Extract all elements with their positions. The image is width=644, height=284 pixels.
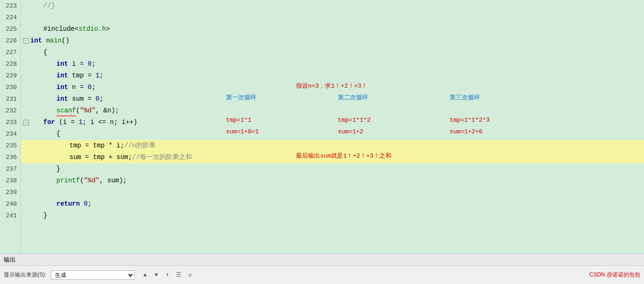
code-line-230: int n = 0; <box>21 82 644 93</box>
kw-228: int <box>56 58 68 70</box>
code-line-235: tmp = tmp * i;//n的阶乘 <box>21 140 644 152</box>
code-text-230: n = 0; <box>68 82 96 93</box>
code-text-236: sum = tmp + sum;//每一次的阶乘之和 <box>69 152 192 163</box>
code-text-229: tmp = 1; <box>68 70 103 82</box>
toolbar-up-icon[interactable]: ▲ <box>140 270 150 280</box>
toolbar-up2-icon[interactable]: ⬆ <box>163 270 172 280</box>
ln-225: 225 <box>4 23 17 35</box>
code-line-238: printf ("%d", sum); <box>21 175 644 187</box>
ln-231: 231 <box>4 93 17 105</box>
code-line-227: { <box>21 47 644 58</box>
kw-230: int <box>56 82 68 93</box>
code-text-240: 0; <box>80 198 91 210</box>
toolbar-icons: ▲ ▼ ⬆ ☰ ↺ <box>140 270 194 280</box>
toolbar-down-icon[interactable]: ▼ <box>151 270 161 280</box>
output-source-label: 显示输出来源(S): <box>4 271 46 279</box>
ln-234: 234 <box>4 128 17 140</box>
kw-229: int <box>56 70 68 82</box>
code-line-226: - int main() <box>21 35 644 47</box>
code-text-231: sum = 0; <box>68 93 103 105</box>
code-kw-226: int <box>30 35 42 47</box>
editor-area: 223 224 225 226 227 228 229 230 231 232 … <box>0 0 644 254</box>
code-line-228: int i = 0; <box>21 58 644 70</box>
output-header: 输出 <box>0 254 644 266</box>
fold-button-233[interactable]: - <box>23 120 29 125</box>
fold-col-233[interactable]: - <box>23 120 30 125</box>
code-text-241: } <box>43 210 47 222</box>
ln-229: 229 <box>4 70 17 82</box>
code-line-240: return 0; <box>21 198 644 210</box>
code-line-234: { <box>21 128 644 140</box>
ln-241: 241 <box>4 210 17 222</box>
code-lines: //} #include<stdio.h> - int main() <box>21 0 644 254</box>
code-text-233: (i = 1; i <= n; i++) <box>55 117 137 128</box>
output-source-select[interactable]: 生成 <box>51 270 135 280</box>
code-text-225: #include<stdio.h> <box>43 23 110 35</box>
code-line-239 <box>21 187 644 198</box>
kw-231: int <box>56 93 68 105</box>
output-title: 输出 <box>4 256 16 264</box>
ln-223: 223 <box>4 0 17 12</box>
ln-232: 232 <box>4 105 17 117</box>
code-line-237: } <box>21 163 644 175</box>
code-text-235: tmp = tmp * i;//n的阶乘 <box>69 140 156 152</box>
ln-240: 240 <box>4 198 17 210</box>
output-toolbar: 显示输出来源(S): 生成 ▲ ▼ ⬆ ☰ ↺ CSDN @诺诺的包包 <box>0 266 644 284</box>
code-line-232: scanf ("%d", &n); <box>21 105 644 117</box>
ln-237: 237 <box>4 163 17 175</box>
code-text-238: ("%d", sum); <box>80 175 127 187</box>
code-printf-238: printf <box>56 175 80 187</box>
ln-226: 226 <box>4 35 17 47</box>
code-text-226: main() <box>42 35 69 47</box>
fold-col-226[interactable]: - <box>23 38 30 44</box>
csdn-label: CSDN @诺诺的包包 <box>589 271 640 279</box>
code-line-223: //} <box>21 0 644 12</box>
ln-239: 239 <box>4 187 17 198</box>
code-line-236: sum = tmp + sum;//每一次的阶乘之和 <box>21 152 644 163</box>
code-line-233: - for (i = 1; i <= n; i++) <box>21 117 644 128</box>
ln-224: 224 <box>4 12 17 23</box>
ln-236: 236 <box>4 152 17 163</box>
code-line-224 <box>21 12 644 23</box>
ln-228: 228 <box>4 58 17 70</box>
code-text-234: { <box>56 128 60 140</box>
toolbar-list-icon[interactable]: ☰ <box>174 270 183 280</box>
ln-227: 227 <box>4 47 17 58</box>
ln-230: 230 <box>4 82 17 93</box>
ln-238: 238 <box>4 175 17 187</box>
code-scanf-232: scanf <box>56 105 76 117</box>
code-text-237: } <box>56 163 60 175</box>
code-text-223: //} <box>43 0 55 12</box>
ln-235: 235 <box>4 140 17 152</box>
code-container: 223 224 225 226 227 228 229 230 231 232 … <box>0 0 644 254</box>
ln-233: 233 <box>4 117 17 128</box>
kw-for-233: for <box>43 117 55 128</box>
code-line-229: int tmp = 1; <box>21 70 644 82</box>
output-panel: 输出 显示输出来源(S): 生成 ▲ ▼ ⬆ ☰ ↺ CSDN @诺诺的包包 <box>0 254 644 284</box>
code-line-225: #include<stdio.h> <box>21 23 644 35</box>
code-text-232: ("%d", &n); <box>76 105 119 117</box>
line-numbers: 223 224 225 226 227 228 229 230 231 232 … <box>0 0 21 254</box>
code-text-228: i = 0; <box>68 58 96 70</box>
code-line-241: } <box>21 210 644 222</box>
code-text-227: { <box>43 47 47 58</box>
fold-button-226[interactable]: - <box>23 38 29 44</box>
toolbar-refresh-icon[interactable]: ↺ <box>185 270 194 280</box>
code-line-231: int sum = 0; <box>21 93 644 105</box>
kw-return-240: return <box>56 198 80 210</box>
